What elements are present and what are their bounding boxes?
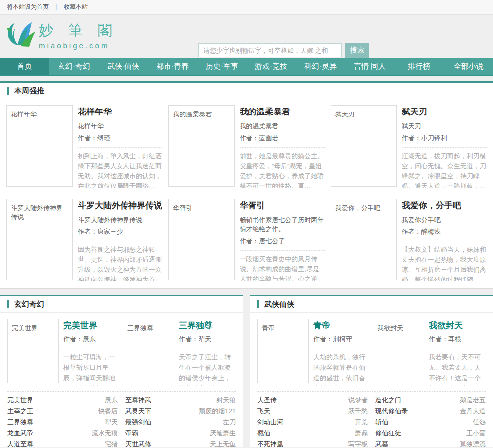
book-author: 作者：辰东	[63, 335, 120, 348]
book-author: 说梦者	[348, 395, 368, 406]
book-title-link[interactable]: 斗罗大陆外传神界传说	[78, 200, 162, 211]
book-link[interactable]: 武墓	[375, 439, 388, 447]
book-link[interactable]: 三界独尊	[7, 417, 33, 428]
list-item: 人道至尊宅猪	[7, 439, 118, 447]
book-author: 厌笔萧生	[210, 428, 236, 439]
cover-alt-text: 弑天刃	[335, 111, 355, 118]
book-description: 我若要有，天不可无。我若要无，天不许有！这是一个起始于第八山…	[429, 348, 486, 386]
book-list-column: 大圣传说梦者 飞天跃千愁 剑动山河开荒 戮仙萧鼎 不死神凰写字板	[257, 395, 368, 447]
list-item: 最强剑仙左刀	[125, 417, 236, 428]
featured-book: 青帝 青帝 作者：荆柯守 大劫的杀机，独行的旅客就算是在仙道的盛世，依旧奋力前行…	[257, 319, 370, 386]
book-link[interactable]: 武灵天下	[125, 406, 151, 417]
book-cover[interactable]: 斗罗大陆外传神界传说	[6, 199, 73, 280]
book-link[interactable]: 帝霸	[125, 428, 138, 439]
book-link[interactable]: 造化之门	[375, 395, 401, 406]
book-title-link[interactable]: 三界独尊	[179, 320, 236, 331]
list-item: 戮仙萧鼎	[257, 428, 368, 439]
book-link[interactable]: 大圣传	[257, 395, 277, 406]
book-card: 花样年华 花样年华 花样年华 作者：缚瑾 初到上海，堕入风尘，灯红酒绿下那些男人…	[6, 105, 162, 188]
bookmark-site-link[interactable]: 收藏本站	[64, 3, 88, 10]
book-author: 犁天	[105, 417, 118, 428]
book-description: 初到上海，堕入风尘，灯红酒绿下那些男人女人让我迷茫而无助。我对这座城市的认知，在…	[78, 151, 162, 188]
book-link[interactable]: 现代修仙录	[375, 406, 408, 417]
nav-item-lishi[interactable]: 历史·军事	[197, 58, 246, 75]
book-link[interactable]: 完美世界	[7, 395, 33, 406]
book-cover[interactable]: 弑天刃	[331, 105, 397, 187]
list-item: 武灵天下颓废的烟121	[125, 406, 236, 417]
cover-alt-text: 我爱你，分手吧	[335, 204, 380, 212]
nav-item-kehuan[interactable]: 科幻·灵异	[296, 58, 345, 75]
cover-alt-text: 青帝	[262, 324, 275, 332]
book-cover[interactable]: 我的温柔暴君	[168, 105, 235, 187]
book-cover[interactable]: 华胥引	[168, 199, 235, 280]
book-title-link[interactable]: 青帝	[313, 320, 370, 331]
book-title-link[interactable]: 我的温柔暴君	[240, 106, 324, 117]
book-subtitle: 我的温柔暴君	[240, 121, 324, 131]
book-cover[interactable]: 青帝	[257, 319, 309, 383]
book-link[interactable]: 龙血武帝	[7, 428, 33, 439]
set-homepage-link[interactable]: 将本站设为首页	[7, 3, 49, 10]
featured-row: 青帝 青帝 作者：荆柯守 大劫的杀机，独行的旅客就算是在仙道的盛世，依旧奋力前行…	[250, 313, 493, 386]
site-logo[interactable]: 妙 筆 閣 miaobige.com	[6, 21, 118, 50]
nav-item-wuxia[interactable]: 武侠·仙侠	[99, 58, 148, 75]
book-link[interactable]: 不死神凰	[257, 439, 283, 447]
book-cover[interactable]: 花样年华	[6, 105, 73, 187]
featured-book: 三界独尊 三界独尊 作者：犁天 天帝之子江尘，转生在一个被人欺凌的诸侯少年身上，…	[123, 319, 236, 386]
list-item: 剑动山河开荒	[257, 417, 368, 428]
book-link[interactable]: 灭世武修	[125, 439, 151, 447]
book-info: 青帝 作者：荆柯守 大劫的杀机，独行的旅客就算是在仙道的盛世，依旧奋力前行青，是…	[313, 319, 370, 386]
book-author: 写字板	[348, 439, 368, 447]
book-link[interactable]: 主宰之王	[7, 406, 33, 417]
book-author: 作者：醉梅浅	[402, 227, 487, 241]
book-list: 大圣传说梦者 飞天跃千愁 剑动山河开荒 戮仙萧鼎 不死神凰写字板 造化之门鹅是老…	[250, 395, 493, 447]
book-title-link[interactable]: 完美世界	[63, 320, 120, 331]
book-title-link[interactable]: 华胥引	[240, 200, 324, 211]
book-title-link[interactable]: 花样年华	[78, 106, 162, 117]
nav-item-youxi[interactable]: 游戏·竞技	[246, 58, 296, 75]
list-item: 灭世武修天上无鱼	[125, 439, 236, 447]
book-link[interactable]: 剑动山河	[257, 417, 283, 428]
book-link[interactable]: 修仙狂徒	[375, 428, 401, 439]
list-item: 修仙狂徒王小蛮	[375, 428, 486, 439]
book-author: 作者：唐家三少	[78, 227, 162, 241]
featured-book: 完美世界 完美世界 作者：辰东 一粒尘可填海，一根草斩尽日月星辰，弹指间天翻地覆…	[7, 319, 120, 386]
book-author: 快餐店	[98, 406, 118, 417]
panel-title: 武侠仙侠	[264, 300, 294, 309]
cover-alt-text: 华胥引	[173, 204, 192, 212]
book-card: 我的温柔暴君 我的温柔暴君 我的温柔暴君 作者：蓝幽若 前世，她是最尊贵的嫡公主…	[168, 105, 324, 188]
book-card: 斗罗大陆外传神界传说 斗罗大陆外传神界传说 斗罗大陆外传神界传说 作者：唐家三少…	[6, 199, 162, 281]
book-link[interactable]: 至尊神武	[125, 395, 151, 406]
book-subtitle: 斗罗大陆外传神界传说	[78, 215, 162, 224]
book-link[interactable]: 戮仙	[257, 428, 270, 439]
book-cover[interactable]: 我爱你，分手吧	[331, 199, 397, 280]
list-item: 龙血武帝流水无痕	[7, 428, 118, 439]
wuxia-panel: 武侠仙侠 青帝 青帝 作者：荆柯守 大劫的杀机，独行的旅客就算是在仙道的盛世，依…	[250, 295, 493, 447]
search-button[interactable]: 搜索	[345, 43, 369, 58]
nav-item-all-novels[interactable]: 全部小说	[444, 58, 493, 75]
book-cover[interactable]: 完美世界	[7, 319, 59, 383]
site-name: 妙 筆 閣	[39, 21, 118, 41]
nav-item-xuanhuan[interactable]: 玄幻·奇幻	[49, 58, 99, 75]
page-content: 本周强推 花样年华 花样年华 花样年华 作者：缚瑾 初到上海，堕入风尘，灯红酒绿…	[0, 76, 493, 447]
book-link[interactable]: 最强剑仙	[125, 417, 151, 428]
book-cover[interactable]: 我欲封天	[373, 319, 424, 383]
nav-item-dushi[interactable]: 都市·青春	[148, 58, 197, 75]
book-link[interactable]: 飞天	[257, 406, 270, 417]
nav-item-home[interactable]: 首页	[0, 58, 49, 75]
book-title-link[interactable]: 我爱你，分手吧	[402, 200, 487, 211]
book-link[interactable]: 人道至尊	[7, 439, 33, 447]
book-author: 金丹大道	[460, 406, 486, 417]
nav-item-ranking[interactable]: 排行榜	[394, 58, 444, 75]
xuanhuan-panel: 玄幻奇幻 完美世界 完美世界 作者：辰东 一粒尘可填海，一根草斩尽日月星辰，弹指…	[0, 295, 243, 447]
book-author: 作者：小刀锋利	[402, 134, 487, 148]
search-input[interactable]	[198, 43, 342, 57]
book-info: 我的温柔暴君 我的温柔暴君 作者：蓝幽若 前世，她是最尊贵的嫡公主。父皇疼爱，“…	[240, 105, 324, 188]
book-author: 射天狼	[216, 395, 236, 406]
book-title-link[interactable]: 我欲封天	[429, 320, 486, 331]
list-item: 现代修仙录金丹大道	[375, 406, 486, 417]
book-link[interactable]: 斩仙	[375, 417, 388, 428]
list-item: 武墓孤独漂流	[375, 439, 486, 447]
book-cover[interactable]: 三界独尊	[123, 319, 174, 383]
nav-item-yanqing[interactable]: 言情·同人	[345, 58, 394, 75]
book-title-link[interactable]: 弑天刃	[402, 106, 487, 117]
